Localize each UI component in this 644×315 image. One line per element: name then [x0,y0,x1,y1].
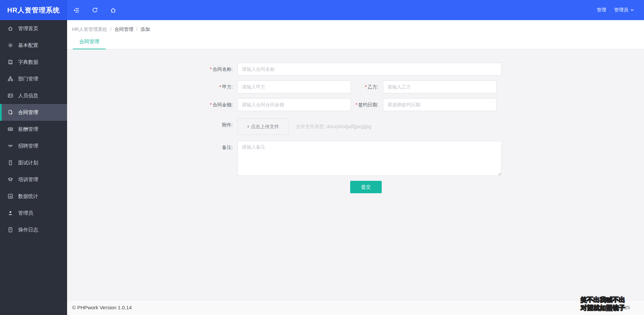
sidebar-item-label: 薪酬管理 [18,126,38,133]
breadcrumb-separator: / [110,27,111,32]
required-asterisk: * [219,84,221,90]
breadcrumb-separator: / [136,27,138,32]
home-icon[interactable] [104,0,122,20]
header-icon-group [67,0,122,20]
contract-name-label: *合同名称: [175,63,237,75]
upload-file-button[interactable]: + 点击上传文件 [237,118,288,135]
form-row-attachment: 附件: + 点击上传文件 允许文件类型: docx|xlsx|pdf|jpeg|… [175,118,644,135]
header-right: 管理 管理员 [593,0,644,20]
sidebar-item-label: 管理员 [18,210,33,216]
chevron-down-icon [630,9,634,11]
sidebar-item-label: 操作日志 [18,227,38,233]
gear-icon [7,43,13,48]
topbar: HR人资管理系统/合同管理/添加 合同管理 [67,20,644,49]
money-icon [7,126,13,132]
required-asterisk: * [210,102,212,107]
contract-add-form: *合同名称: *甲方: *乙方: *合同金额: *签约日期: 附件: + 点击上… [67,49,644,193]
submit-button[interactable]: 提交 [350,181,382,193]
sidebar-item-label: 人员信息 [18,93,38,99]
footer: © PHPwork Version 1.0.14 统 1.0.25 [67,300,644,315]
sidebar-item-label: 面试计划 [18,160,38,166]
form-row-remark: 备注: [175,141,644,176]
breadcrumb: HR人资管理系统/合同管理/添加 [67,20,644,33]
sidebar-item-label: 数据统计 [18,193,38,200]
top-header: HR人资管理系统 管理 管理员 [0,0,644,20]
sidebar-item-label: 招聘管理 [18,143,38,149]
required-asterisk: * [210,66,212,72]
party-b-label: *乙方: [351,81,383,93]
amount-label: *合同金额: [175,98,237,111]
remark-label: 备注: [175,141,237,154]
contract-icon [7,110,13,115]
remark-textarea[interactable] [237,141,501,176]
bar-chart-icon [7,194,13,199]
org-chart-icon [7,76,13,82]
sidebar-item-label: 合同管理 [18,109,38,116]
sidebar-item-label: 字典数据 [18,59,38,65]
sidebar-item-data-statistics[interactable]: 数据统计 [0,188,67,205]
sidebar-item-interview-plan[interactable]: ? 面试计划 [0,154,67,171]
sidebar-item-label: 培训管理 [18,176,38,183]
content-panel: *合同名称: *甲方: *乙方: *合同金额: *签约日期: 附件: + 点击上… [67,49,644,300]
footer-version-text: 统 1.0.25 [611,300,630,315]
id-card-icon [7,93,13,99]
required-asterisk: * [365,84,367,90]
user-menu-label: 管理员 [614,7,628,13]
form-row-parties: *甲方: *乙方: [175,81,644,93]
home-icon [7,26,13,32]
attachment-label: 附件: [175,118,237,131]
sidebar-item-label: 部门管理 [18,76,38,82]
svg-text:?: ? [10,161,11,163]
sidebar-item-training-management[interactable]: 培训管理 [0,171,67,188]
refresh-icon[interactable] [86,0,104,20]
copyright-text: © PHPwork Version 1.0.14 [72,300,132,315]
party-a-input[interactable] [237,81,351,93]
sidebar-item-administrator[interactable]: 管理员 [0,205,67,221]
training-icon [7,177,13,182]
form-row-submit: 提交 [175,181,644,193]
sidebar-item-operation-log[interactable]: 操作日志 [0,221,67,238]
required-asterisk: * [356,102,357,107]
manage-link[interactable]: 管理 [593,7,610,13]
sidebar-item-recruitment-management[interactable]: 招聘管理 [0,138,67,154]
sidebar-item-personnel-info[interactable]: 人员信息 [0,87,67,104]
collapse-menu-icon[interactable] [67,0,86,20]
breadcrumb-item-root[interactable]: HR人资管理系统 [72,27,107,32]
user-menu[interactable]: 管理员 [610,7,638,13]
sidebar-item-contract-management[interactable]: 合同管理 [0,104,67,121]
book-icon [7,59,13,65]
sidebar: 管理首页 基本配置 字典数据 部门管理 人员信息 合同管理 薪酬管理 招聘管理 … [0,20,67,315]
tab-bar: 合同管理 [67,34,644,49]
main-area: HR人资管理系统/合同管理/添加 合同管理 *合同名称: *甲方: *乙方: *… [67,20,644,315]
party-b-input[interactable] [383,81,496,93]
recruit-icon [7,143,13,149]
sidebar-item-basic-config[interactable]: 基本配置 [0,37,67,54]
sidebar-item-salary-management[interactable]: 薪酬管理 [0,121,67,138]
sign-date-input[interactable] [383,98,496,111]
sidebar-item-label: 基本配置 [18,42,38,49]
party-a-label: *甲方: [175,81,237,93]
sidebar-item-label: 管理首页 [18,25,38,32]
tab-contract-management[interactable]: 合同管理 [73,34,106,49]
sign-date-label: *签约日期: [351,98,383,111]
breadcrumb-item-add: 添加 [141,27,150,32]
log-icon [7,227,13,233]
interview-icon: ? [7,160,13,166]
sidebar-item-department-management[interactable]: 部门管理 [0,70,67,87]
sidebar-item-dictionary-data[interactable]: 字典数据 [0,54,67,70]
form-row-amount-date: *合同金额: *签约日期: [175,98,644,111]
breadcrumb-item-contract[interactable]: 合同管理 [114,27,133,32]
app-title: HR人资管理系统 [0,0,67,20]
sidebar-item-admin-home[interactable]: 管理首页 [0,20,67,37]
upload-hint-text: 允许文件类型: docx|xlsx|pdf|jpeg|jpg [296,118,371,135]
user-icon [7,210,13,216]
contract-name-input[interactable] [237,63,501,75]
form-row-contract-name: *合同名称: [175,63,644,75]
amount-input[interactable] [237,98,351,111]
